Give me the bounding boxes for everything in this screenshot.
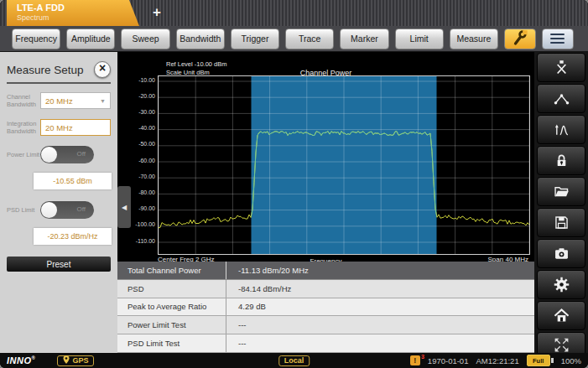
add-tab-button[interactable]: + bbox=[141, 0, 173, 26]
save-icon bbox=[553, 214, 570, 231]
measure-setup-panel: Measure Setup × Channel Bandwidth 20 MHz… bbox=[0, 52, 117, 353]
toggle-knob bbox=[41, 202, 57, 218]
brand-logo: INNO® bbox=[7, 355, 35, 365]
status-bar: INNO® GPS Local ! 3 1970-01-01 AM12:21:2… bbox=[0, 353, 588, 368]
y-axis-tick: -50.00 bbox=[119, 141, 155, 147]
y-axis-tick: -20.00 bbox=[119, 93, 155, 99]
home-button[interactable] bbox=[537, 301, 585, 330]
local-remote-button[interactable]: Local bbox=[278, 355, 310, 366]
chart-region: Ref Level -10.00 dBm Scale Unit dBm Chan… bbox=[117, 52, 534, 262]
y-axis-tick: -70.00 bbox=[119, 174, 155, 179]
panel-collapse-handle[interactable]: ◀ bbox=[117, 186, 131, 228]
table-row: PSD Limit Test--- bbox=[117, 334, 534, 353]
battery-indicator: Full bbox=[527, 355, 554, 366]
toolbar-button-bandwidth[interactable]: Bandwidth bbox=[176, 29, 225, 49]
folder-open-button[interactable] bbox=[537, 177, 585, 206]
table-row-label: PSD Limit Test bbox=[117, 334, 226, 352]
table-row-value: --- bbox=[226, 316, 247, 334]
wrench-icon bbox=[511, 29, 529, 49]
table-row-label: Peak to Average Ratio bbox=[117, 298, 226, 316]
home-icon bbox=[553, 307, 570, 324]
camera-button[interactable] bbox=[537, 239, 585, 268]
peak-markers-button[interactable] bbox=[537, 84, 585, 113]
spectrum-plot[interactable] bbox=[158, 75, 530, 255]
battery-percent: 100% bbox=[561, 356, 581, 365]
status-right-group: ! 3 1970-01-01 AM12:21:21 Full 100% bbox=[410, 355, 581, 366]
gps-badge[interactable]: GPS bbox=[57, 355, 94, 366]
toolbar-button-frequency[interactable]: Frequency bbox=[12, 29, 60, 49]
marker-tool-button[interactable] bbox=[537, 53, 585, 82]
y-axis-tick: -10.00 bbox=[119, 77, 155, 83]
table-row: Total Channel Power-11.13 dBm/20 MHz bbox=[117, 262, 534, 280]
y-axis-tick: -60.00 bbox=[119, 158, 155, 163]
toggle-state: Off bbox=[76, 205, 86, 213]
toolbar-button-sweep[interactable]: Sweep bbox=[121, 29, 169, 49]
settings-button[interactable] bbox=[537, 270, 585, 299]
table-row: Power Limit Test--- bbox=[117, 316, 534, 334]
power-limit-toggle[interactable]: Off bbox=[40, 146, 94, 163]
preset-button[interactable]: Preset bbox=[7, 257, 111, 272]
battery-icon: Full bbox=[527, 355, 550, 366]
toolbar-button-marker[interactable]: Marker bbox=[340, 29, 388, 49]
table-row-label: PSD bbox=[117, 280, 226, 298]
menu-button[interactable] bbox=[542, 29, 574, 49]
toolbar-button-measure[interactable]: Measure bbox=[450, 29, 498, 49]
close-icon[interactable]: × bbox=[94, 61, 111, 78]
y-axis-tick: -30.00 bbox=[119, 109, 155, 115]
y-axis-tick: -110.00 bbox=[119, 238, 155, 244]
lock-button[interactable] bbox=[537, 146, 585, 175]
peak-markers-icon bbox=[553, 90, 570, 107]
channel-bandwidth-label: Channel Bandwidth bbox=[7, 93, 40, 108]
integration-bandwidth-input[interactable]: 20 MHz bbox=[40, 119, 111, 136]
measure-setup-title: Measure Setup bbox=[7, 64, 84, 76]
toolbar-button-trace[interactable]: Trace bbox=[285, 29, 334, 49]
right-toolbar bbox=[534, 52, 588, 353]
save-button[interactable] bbox=[537, 208, 585, 237]
table-row: PSD-84.14 dBm/Hz bbox=[117, 280, 534, 298]
status-date: 1970-01-01 bbox=[428, 356, 469, 365]
results-table: Total Channel Power-11.13 dBm/20 MHzPSD-… bbox=[117, 262, 534, 353]
notification-icon[interactable]: ! 3 bbox=[410, 355, 420, 365]
table-row: Peak to Average Ratio4.29 dB bbox=[117, 298, 534, 317]
main-display: Ref Level -10.00 dBm Scale Unit dBm Chan… bbox=[117, 52, 534, 353]
table-row-label: Total Channel Power bbox=[117, 262, 226, 279]
psd-limit-toggle[interactable]: Off bbox=[40, 201, 94, 219]
tab-subtitle: Spectrum bbox=[17, 14, 139, 23]
local-label: Local bbox=[284, 356, 304, 365]
menu-icon bbox=[550, 31, 565, 45]
divider bbox=[7, 82, 111, 84]
gps-pin-icon bbox=[63, 355, 70, 365]
marker-tool-icon bbox=[553, 59, 570, 76]
spectrum-analyzer-screen: LTE-A FDD Spectrum + FrequencyAmplitudeS… bbox=[0, 0, 588, 368]
lock-icon bbox=[553, 152, 570, 169]
table-row-value: 4.29 dB bbox=[226, 298, 266, 316]
power-limit-value[interactable]: -10.55 dBm bbox=[34, 173, 112, 189]
gps-label: GPS bbox=[72, 356, 88, 365]
psd-limit-value[interactable]: -20.23 dBm/Hz bbox=[34, 228, 112, 245]
battery-nub bbox=[551, 358, 554, 363]
integration-bandwidth-label: Integration Bandwidth bbox=[7, 120, 40, 135]
toggle-state: Off bbox=[76, 150, 86, 158]
tab-bar: LTE-A FDD Spectrum + bbox=[0, 0, 588, 26]
tab-title: LTE-A FDD bbox=[17, 3, 139, 14]
table-row-value: -11.13 dBm/20 MHz bbox=[226, 262, 309, 279]
toolbar: FrequencyAmplitudeSweepBandwidthTriggerT… bbox=[0, 26, 588, 52]
toggle-knob bbox=[41, 147, 57, 163]
table-row-label: Power Limit Test bbox=[117, 316, 226, 334]
peak-search-button[interactable] bbox=[537, 115, 585, 144]
y-axis-tick: -40.00 bbox=[119, 125, 155, 131]
table-row-value: -84.14 dBm/Hz bbox=[226, 280, 291, 298]
peak-search-icon bbox=[553, 121, 570, 138]
camera-icon bbox=[553, 245, 570, 262]
folder-open-icon bbox=[553, 183, 570, 200]
toolbar-button-limit[interactable]: Limit bbox=[395, 29, 444, 49]
tools-wrench-button[interactable] bbox=[504, 29, 536, 49]
notification-count-badge: 3 bbox=[421, 352, 424, 362]
tab-lte-a-fdd-spectrum[interactable]: LTE-A FDD Spectrum bbox=[7, 0, 139, 26]
chevron-down-icon: ▼ bbox=[100, 98, 106, 104]
psd-limit-label: PSD Limit bbox=[7, 206, 40, 214]
toolbar-button-amplitude[interactable]: Amplitude bbox=[66, 29, 115, 49]
ref-level-label: Ref Level -10.00 dBm bbox=[166, 60, 227, 69]
channel-bandwidth-dropdown[interactable]: 20 MHz ▼ bbox=[40, 92, 111, 109]
toolbar-button-trigger[interactable]: Trigger bbox=[231, 29, 279, 49]
